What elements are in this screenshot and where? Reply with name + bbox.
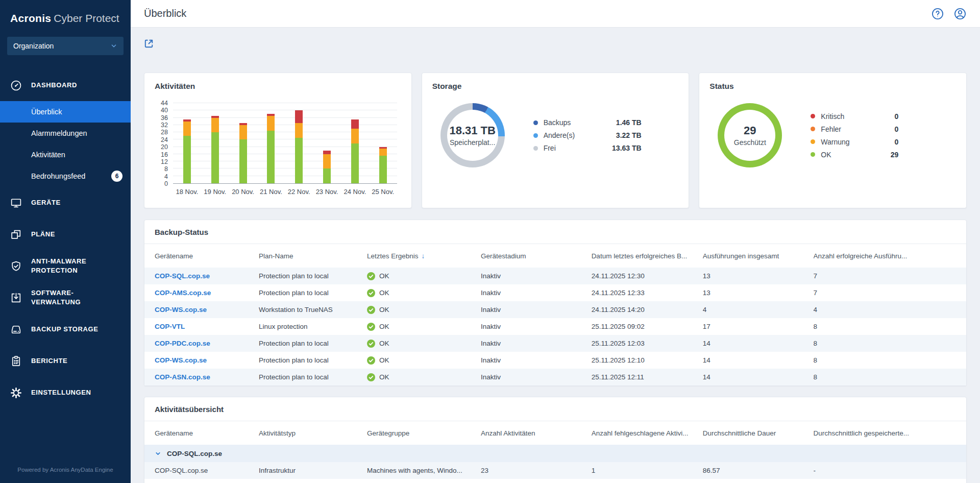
- column-header[interactable]: Ausführungen insgesamt: [703, 252, 814, 260]
- legend-dot: [533, 133, 538, 138]
- status-protected-label: Geschützt: [734, 138, 766, 147]
- table-row[interactable]: COP-WS.cop.seWorkstation to TrueNASOKIna…: [144, 301, 966, 318]
- table-row[interactable]: COP-VTLLinux protectionOKInaktiv25.11.20…: [144, 318, 966, 335]
- column-header[interactable]: Aktivitätstyp: [259, 429, 367, 437]
- column-header[interactable]: Gerätestadium: [481, 252, 592, 260]
- table-row[interactable]: COP-WS.cop.seProtection plan to localOKI…: [144, 352, 966, 369]
- column-header[interactable]: Gerätegruppe: [367, 429, 481, 437]
- y-tick-label: 40: [161, 107, 168, 114]
- table-row[interactable]: COP-PDC.cop.seProtection plan to localOK…: [144, 335, 966, 352]
- table-cell: Linux protection: [259, 323, 367, 330]
- table-cell: COP-WS.cop.se: [155, 356, 259, 364]
- table-cell: 14: [703, 356, 814, 364]
- column-header[interactable]: Gerätename: [155, 429, 259, 437]
- table-cell: COP-VTL: [155, 323, 259, 330]
- legend-value: 0: [895, 125, 899, 133]
- sidebar-item-alarmmeldungen[interactable]: Alarmmeldungen: [0, 123, 131, 144]
- activities-plot: [173, 103, 397, 184]
- sidebar-item-label: Überblick: [31, 108, 62, 116]
- device-link[interactable]: COP-WS.cop.se: [155, 306, 207, 313]
- backup-status-widget: Backup-Status GerätenamePlan-NameLetztes…: [144, 220, 967, 386]
- legend-row: Fehler0: [811, 125, 898, 133]
- sidebar-item-bedrohungsfeed[interactable]: Bedrohungsfeed 6: [0, 165, 131, 187]
- device-link[interactable]: COP-SQL.cop.se: [155, 272, 210, 280]
- column-header[interactable]: Durchschnittlich gespeicherte...: [814, 429, 956, 437]
- sidebar-item-ueberblick[interactable]: Überblick: [0, 101, 131, 123]
- table-cell: OK: [367, 373, 481, 381]
- table-row[interactable]: COP-SQL.cop.seProtection plan to localOK…: [144, 268, 966, 284]
- device-group-row[interactable]: COP-SQL.cop.se: [144, 445, 966, 462]
- x-tick-label: 20 Nov.: [229, 188, 257, 196]
- legend-dot: [811, 127, 815, 131]
- account-icon[interactable]: [953, 7, 967, 20]
- ok-status-icon: [367, 356, 375, 365]
- app-logo: AcronisCyber Protect: [0, 0, 131, 29]
- x-tick-label: 24 Nov.: [341, 188, 369, 196]
- sidebar-item-berichte[interactable]: BERICHTE: [0, 345, 131, 377]
- organization-selector[interactable]: Organization: [7, 37, 124, 55]
- main-area: Überblick: [131, 0, 980, 483]
- column-header[interactable]: Anzahl Aktivitäten: [481, 429, 592, 437]
- bar-slot: [173, 103, 201, 183]
- column-header-label: Plan-Name: [259, 252, 293, 260]
- legend-value: 29: [891, 151, 899, 159]
- status-protected-value: 29: [744, 124, 756, 137]
- bar-segment-ok-green: [267, 131, 275, 183]
- table-row[interactable]: COP-ASN.cop.seProtection plan to localOK…: [144, 369, 966, 385]
- table-cell: Protection plan to local: [259, 373, 367, 381]
- sidebar-item-label: DASHBOARD: [31, 81, 77, 90]
- sidebar-item-einstellungen[interactable]: EINSTELLUNGEN: [0, 377, 131, 408]
- activities-stacked-bar: [379, 103, 387, 183]
- table-cell: Machines with agents, Windo...: [367, 467, 481, 474]
- x-tick-label: 23 Nov.: [313, 188, 341, 196]
- y-tick-label: 4: [164, 173, 168, 180]
- table-row[interactable]: COP-SQL...Backup-Plä...Machines with age…: [144, 479, 966, 483]
- bar-segment-ok-green: [323, 168, 331, 183]
- column-header[interactable]: Plan-Name: [259, 252, 367, 260]
- y-tick-label: 32: [161, 122, 168, 129]
- bar-slot: [257, 103, 285, 183]
- help-icon[interactable]: [931, 7, 944, 20]
- device-link[interactable]: COP-VTL: [155, 323, 185, 330]
- legend-dot: [811, 152, 815, 157]
- column-header[interactable]: Gerätename: [155, 252, 259, 260]
- table-cell: 8: [814, 340, 956, 347]
- result-label: OK: [379, 272, 389, 280]
- sidebar-item-backup-storage[interactable]: BACKUP STORAGE: [0, 313, 131, 345]
- sidebar-item-label: EINSTELLUNGEN: [31, 388, 91, 397]
- column-header[interactable]: Letztes Ergebnis↓: [367, 252, 481, 260]
- sidebar-item-geraete[interactable]: GERÄTE: [0, 187, 131, 219]
- expand-widget-icon[interactable]: [144, 39, 154, 49]
- device-link[interactable]: COP-PDC.cop.se: [155, 340, 210, 347]
- storage-donut: 18.31 TB Speicherplat...: [440, 103, 505, 167]
- sidebar-item-dashboard[interactable]: DASHBOARD: [0, 69, 131, 101]
- table-cell: 8: [814, 373, 956, 381]
- device-link[interactable]: COP-WS.cop.se: [155, 356, 207, 364]
- device-link[interactable]: COP-ASN.cop.se: [155, 373, 210, 381]
- table-header-row: GerätenamePlan-NameLetztes Ergebnis↓Gerä…: [144, 244, 966, 268]
- bar-segment-ok-green: [351, 143, 359, 184]
- table-cell: COP-PDC.cop.se: [155, 340, 259, 347]
- device-link[interactable]: COP-AMS.cop.se: [155, 289, 211, 297]
- bar-segment-warning-orange: [323, 154, 331, 169]
- table-cell: 4: [814, 306, 956, 313]
- software-install-icon: [9, 292, 22, 304]
- column-header[interactable]: Anzahl erfolgreiche Ausführu...: [814, 252, 956, 260]
- table-row[interactable]: COP-AMS.cop.seProtection plan to localOK…: [144, 284, 966, 301]
- column-header-label: Ausführungen insgesamt: [703, 252, 779, 260]
- column-header[interactable]: Anzahl fehlgeschlagene Aktivi...: [592, 429, 703, 437]
- y-tick-label: 20: [161, 143, 168, 151]
- bar-segment-ok-green: [379, 156, 387, 183]
- bar-segment-ok-green: [211, 132, 219, 183]
- sidebar-item-plaene[interactable]: PLÄNE: [0, 219, 131, 250]
- sidebar-item-software-verwaltung[interactable]: SOFTWARE-VERWALTUNG: [0, 282, 131, 313]
- table-row[interactable]: COP-SQL.cop.seInfrastrukturMachines with…: [144, 462, 966, 479]
- column-header[interactable]: Durchschnittliche Dauer: [703, 429, 814, 437]
- sidebar-item-aktivitaeten[interactable]: Aktivitäten: [0, 144, 131, 165]
- sidebar-item-anti-malware-protection[interactable]: ANTI-MALWARE PROTECTION: [0, 250, 131, 282]
- legend-label: Fehler: [821, 125, 841, 133]
- bar-segment-ok-green: [183, 136, 191, 183]
- column-header[interactable]: Datum letztes erfolgreiches B...: [592, 252, 703, 260]
- legend-label: Backups: [544, 118, 571, 127]
- powered-by-text: Powered by Acronis AnyData Engine: [0, 467, 131, 473]
